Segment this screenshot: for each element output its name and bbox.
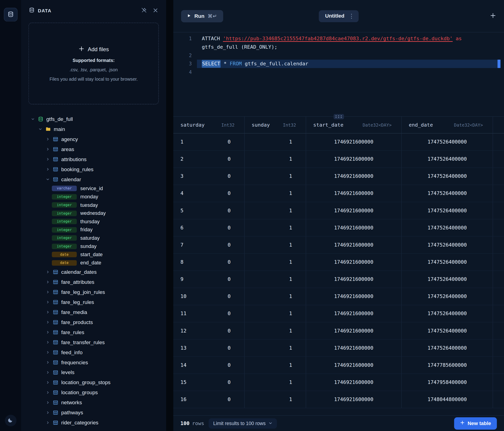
tree-table-levels[interactable]: levels [21, 367, 166, 377]
tree-table-feed_info[interactable]: feed_info [21, 347, 166, 358]
query-tab-untitled[interactable]: Untitled ⋮ [319, 10, 359, 22]
new-table-button[interactable]: New table [454, 417, 497, 429]
tree-item-label: fare_leg_join_rules [61, 289, 105, 295]
cell-saturday: 40 [173, 185, 244, 202]
chevron-right-icon[interactable] [46, 340, 50, 344]
tree-column-saturday[interactable]: integersaturday [21, 234, 166, 242]
tree-schema-main[interactable]: main [21, 124, 166, 134]
chevron-right-icon[interactable] [46, 167, 50, 171]
tree-column-service_id[interactable]: varcharservice_id [21, 184, 166, 193]
new-table-label: New table [468, 421, 491, 426]
rail-bottom [5, 415, 17, 431]
chevron-right-icon[interactable] [46, 137, 50, 141]
tree-table-fare_leg_join_rules[interactable]: fare_leg_join_rules [21, 287, 166, 297]
chevron-right-icon[interactable] [46, 147, 50, 151]
tree-table-areas[interactable]: areas [21, 144, 166, 154]
tree-table-calendar[interactable]: calendar [21, 174, 166, 184]
chevron-down-icon[interactable] [46, 178, 50, 181]
chevron-right-icon[interactable] [46, 361, 50, 364]
column-name: saturday [180, 122, 205, 128]
row-index: 9 [180, 276, 183, 282]
run-query-button[interactable]: Run ⌘↵ [181, 10, 223, 22]
main-panel: Run ⌘↵ Untitled ⋮ 1ATTACH 'https://pub-3… [173, 0, 504, 431]
data-panel-button[interactable] [4, 8, 17, 21]
chevron-right-icon[interactable] [46, 401, 50, 404]
tree-table-attributions[interactable]: attributions [21, 154, 166, 164]
chevron-right-icon[interactable] [46, 391, 50, 394]
chevron-right-icon[interactable] [46, 157, 50, 161]
tree-column-start_date[interactable]: datestart_date [21, 250, 166, 259]
tree-item-label: calendar_dates [61, 269, 97, 275]
table-icon [53, 309, 58, 315]
column-header-end_date[interactable]: end_dateDate32<DAY> [402, 117, 493, 133]
chevron-right-icon[interactable] [46, 421, 50, 425]
tree-table-rider_categories[interactable]: rider_categories [21, 418, 166, 428]
chevron-right-icon[interactable] [46, 300, 50, 304]
column-type: Int32 [283, 122, 296, 128]
column-header-sunday[interactable]: sundayInt32 [244, 117, 306, 133]
tree-column-thursday[interactable]: integerthursday [21, 217, 166, 226]
tree-table-fare_media[interactable]: fare_media [21, 307, 166, 317]
row-count-label: rows [192, 421, 204, 426]
cell-filler [493, 254, 504, 271]
tree-table-networks[interactable]: networks [21, 398, 166, 408]
tab-menu-icon[interactable]: ⋮ [349, 13, 355, 19]
tree-item-label: fare_rules [61, 329, 84, 335]
chevron-right-icon[interactable] [46, 330, 50, 334]
close-sidebar-button[interactable] [151, 6, 160, 15]
chevron-right-icon[interactable] [46, 321, 50, 324]
add-files-dropzone[interactable]: Add files Supported formats: .csv, .tsv,… [28, 23, 159, 104]
close-icon [153, 8, 158, 14]
tree-column-tuesday[interactable]: integertuesday [21, 201, 166, 209]
unpin-sidebar-button[interactable] [140, 6, 148, 15]
sql-editor[interactable]: 1ATTACH 'https://pub-334685c2155547fab42… [173, 32, 504, 117]
cell-filler [493, 151, 504, 168]
column-header-saturday[interactable]: saturdayInt32 [173, 117, 244, 133]
cell-end-date: 1747526400000 [402, 185, 493, 202]
chevron-right-icon[interactable] [46, 381, 50, 384]
tree-table-location_group_stops[interactable]: location_group_stops [21, 377, 166, 388]
table-icon [53, 156, 58, 162]
tree-table-location_groups[interactable]: location_groups [21, 388, 166, 398]
column-header-start_date[interactable]: start_dateDate32<DAY> [306, 117, 402, 133]
chevron-right-icon[interactable] [46, 310, 50, 314]
chevron-right-icon[interactable] [46, 411, 50, 414]
tree-table-calendar_dates[interactable]: calendar_dates [21, 267, 166, 277]
line-number: 3 [173, 60, 197, 68]
cell-filler [493, 391, 504, 408]
editor-line: 4 [173, 68, 504, 77]
new-tab-button[interactable] [490, 12, 496, 20]
chevron-right-icon[interactable] [46, 290, 50, 294]
row-index: 13 [180, 345, 186, 351]
chevron-down-icon[interactable] [31, 117, 35, 121]
tree-table-fare_rules[interactable]: fare_rules [21, 327, 166, 337]
chevron-right-icon[interactable] [46, 270, 50, 274]
tree-column-wednesday[interactable]: integerwednesday [21, 209, 166, 217]
theme-toggle-button[interactable] [5, 415, 17, 426]
table-icon [53, 380, 58, 385]
tree-table-fare_leg_rules[interactable]: fare_leg_rules [21, 297, 166, 307]
tree-table-frequencies[interactable]: frequencies [21, 358, 166, 367]
dropzone-title: Add files [78, 46, 109, 53]
limit-rows-dropdown[interactable]: Limit results to 100 rows [209, 418, 277, 429]
tree-column-friday[interactable]: integerfriday [21, 226, 166, 234]
panel-resize-handle[interactable] [333, 114, 344, 119]
chevron-right-icon[interactable] [46, 280, 50, 284]
tree-table-pathways[interactable]: pathways [21, 408, 166, 418]
tree-table-agency[interactable]: agency [21, 134, 166, 144]
tree-table-fare_products[interactable]: fare_products [21, 317, 166, 327]
tree-database-gtfs_de_full[interactable]: gtfs_de_full [21, 114, 166, 124]
tree-column-sunday[interactable]: integersunday [21, 242, 166, 250]
tree-table-fare_attributes[interactable]: fare_attributes [21, 277, 166, 287]
tree-column-end_date[interactable]: dateend_date [21, 259, 166, 267]
chevron-down-icon[interactable] [38, 127, 42, 131]
tree-table-fare_transfer_rules[interactable]: fare_transfer_rules [21, 337, 166, 347]
cell-filler [493, 374, 504, 391]
tree-table-booking_rules[interactable]: booking_rules [21, 164, 166, 174]
chevron-right-icon[interactable] [46, 350, 50, 354]
tree-item-label: fare_transfer_rules [61, 339, 105, 345]
cell-start-date: 1746921600000 [306, 288, 402, 305]
tree-column-monday[interactable]: integermonday [21, 193, 166, 201]
chevron-right-icon[interactable] [46, 371, 50, 374]
tree-item-label: main [54, 126, 65, 132]
